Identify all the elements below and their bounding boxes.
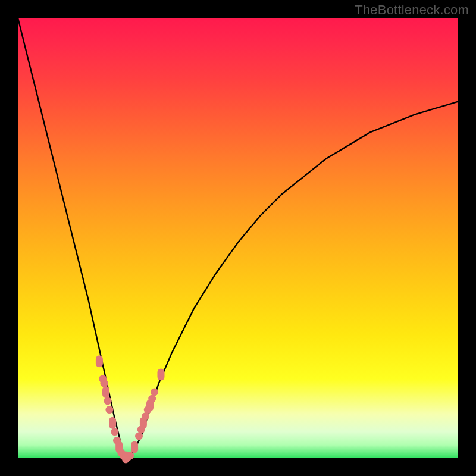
curve-marker xyxy=(109,417,116,429)
curve-marker xyxy=(131,441,138,453)
curve-marker xyxy=(126,452,134,459)
plot-area xyxy=(18,18,458,458)
curve-marker xyxy=(158,368,165,380)
curve-marker xyxy=(96,355,103,367)
bottleneck-curve xyxy=(18,18,458,458)
curve-marker xyxy=(102,386,109,398)
curve-marker xyxy=(151,389,158,396)
chart-frame: TheBottleneck.com xyxy=(0,0,476,476)
curve-marker xyxy=(135,433,143,440)
curve-marker xyxy=(111,428,118,436)
curve-marker xyxy=(148,395,156,403)
curve-marker xyxy=(105,406,113,414)
curve-layer xyxy=(18,18,458,458)
curve-marker xyxy=(104,397,112,405)
curve-marker xyxy=(101,380,108,387)
curve-marker xyxy=(142,412,149,420)
marker-group xyxy=(96,355,165,463)
watermark-text: TheBottleneck.com xyxy=(355,2,469,18)
